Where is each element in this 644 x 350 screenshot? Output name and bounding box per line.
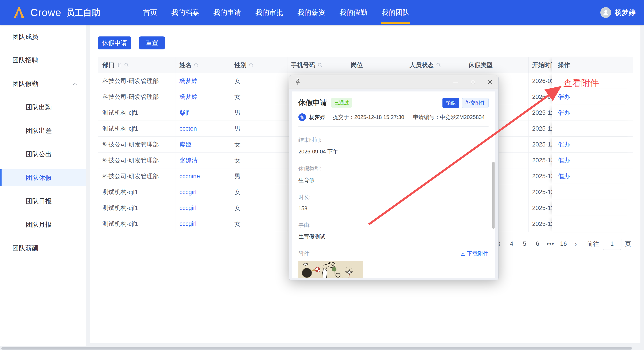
- leave-detail-title: 休假申请: [298, 98, 327, 108]
- horizontal-scrollbar[interactable]: [0, 347, 644, 350]
- leave-detail-panel: 休假申请 已通过 销假 补交附件 杨 杨梦婷 提交于：2025-12-18 15…: [292, 92, 495, 278]
- brand-name: Crowe: [30, 6, 61, 18]
- application-number: 申请编号：中竞发ZM2025834: [413, 114, 485, 121]
- goto-label: 前往: [587, 240, 599, 248]
- search-icon[interactable]: [124, 62, 129, 68]
- sidebar-item-team-checkin[interactable]: 团队出勤: [0, 96, 86, 119]
- reset-button[interactable]: 重置: [139, 36, 165, 50]
- employee-name-link[interactable]: cccnine: [180, 173, 200, 180]
- sidebar-item-team-payroll[interactable]: 团队薪酬: [0, 236, 86, 260]
- employee-name-link[interactable]: cccten: [180, 125, 197, 132]
- header-department[interactable]: 部门: [98, 57, 176, 73]
- top-nav: Crowe 员工自助 首页 我的档案 我的申请 我的审批 我的薪资 我的假勤 我…: [0, 0, 644, 25]
- download-attachment-link[interactable]: 下载附件: [460, 250, 488, 257]
- sidebar-item-team-outing[interactable]: 团队公出: [0, 142, 86, 166]
- employee-name-link[interactable]: 杨梦婷: [180, 93, 198, 101]
- leave-detail-window: 休假申请 已通过 销假 补交附件 杨 杨梦婷 提交于：2025-12-18 15…: [289, 75, 498, 280]
- nav-item-my-profile[interactable]: 我的档案: [169, 0, 201, 25]
- sidebar: 团队成员 团队招聘 团队假勤 团队出勤 团队出差 团队公出 团队休假 团队日报 …: [0, 25, 86, 346]
- app-title: 员工自助: [66, 7, 100, 18]
- sidebar-item-team-recruiting[interactable]: 团队招聘: [0, 48, 86, 72]
- remind-link[interactable]: 催办: [558, 109, 570, 117]
- leave-apply-button[interactable]: 休假申请: [98, 36, 131, 50]
- download-icon: [460, 251, 466, 256]
- header-name[interactable]: 姓名: [176, 57, 231, 73]
- page-unit-label: 页: [625, 240, 631, 248]
- nav-item-my-salary[interactable]: 我的薪资: [295, 0, 328, 25]
- employee-name-link[interactable]: cccgirl: [180, 189, 196, 196]
- employee-name-link[interactable]: 杨梦婷: [180, 77, 198, 85]
- employee-name-link[interactable]: cccgirl: [180, 205, 196, 212]
- nav-item-my-attendance[interactable]: 我的假勤: [337, 0, 370, 25]
- page-number[interactable]: 5: [520, 240, 530, 247]
- scrollbar-thumb[interactable]: [1, 347, 632, 350]
- sidebar-item-team-daily-report[interactable]: 团队日报: [0, 190, 86, 213]
- nav-item-my-team[interactable]: 我的团队: [380, 0, 412, 25]
- nav-item-my-applications[interactable]: 我的申请: [211, 0, 243, 25]
- search-icon[interactable]: [318, 62, 323, 68]
- window-titlebar[interactable]: [289, 75, 498, 89]
- attachment-image[interactable]: nicole-tsai.blogspot.com: [298, 261, 363, 278]
- page-number[interactable]: 6: [532, 240, 542, 247]
- applicant-name: 杨梦婷: [309, 114, 325, 121]
- next-page-icon[interactable]: ›: [572, 240, 580, 248]
- attachment-label: 附件:: [298, 250, 311, 257]
- nav-menu: 首页 我的档案 我的申请 我的审批 我的薪资 我的假勤 我的团队: [136, 0, 416, 25]
- username: 杨梦婷: [615, 8, 636, 17]
- revoke-leave-button[interactable]: 销假: [442, 98, 459, 108]
- minimize-icon[interactable]: [448, 75, 464, 89]
- divider: [298, 126, 488, 126]
- remind-link[interactable]: 催办: [558, 140, 570, 148]
- pin-icon[interactable]: [294, 78, 301, 86]
- table-header-row: 部门 姓名 性别: [98, 57, 632, 73]
- sidebar-item-team-attendance-group[interactable]: 团队假勤: [0, 72, 86, 96]
- close-icon[interactable]: [482, 75, 498, 89]
- sidebar-item-team-business-trip[interactable]: 团队出差: [0, 119, 86, 142]
- sidebar-item-team-members[interactable]: 团队成员: [0, 25, 86, 48]
- search-icon[interactable]: [249, 62, 254, 68]
- applicant-avatar: 杨: [298, 114, 306, 121]
- modal-scrollbar[interactable]: [492, 162, 494, 229]
- nav-item-my-approvals[interactable]: 我的审批: [253, 0, 286, 25]
- sidebar-item-team-leave[interactable]: 团队休假: [0, 169, 86, 186]
- page-number-last[interactable]: 16: [558, 240, 568, 247]
- sidebar-item-team-monthly-report[interactable]: 团队月报: [0, 213, 86, 236]
- supplement-attachment-button[interactable]: 补交附件: [462, 98, 488, 108]
- header-actions: 操作: [552, 57, 632, 73]
- remind-link[interactable]: 催办: [558, 172, 570, 180]
- field-duration: 时长: 158: [298, 194, 488, 212]
- header-employee-status[interactable]: 人员状态: [406, 57, 465, 73]
- employee-name-link[interactable]: 张婉清: [180, 156, 198, 164]
- header-position: 岗位: [347, 57, 406, 73]
- search-icon[interactable]: [194, 62, 199, 68]
- remind-link[interactable]: 催办: [558, 93, 570, 101]
- header-phone[interactable]: 手机号码: [288, 57, 347, 73]
- pagination: 3 4 5 6 ••• 16 › 前往 页: [492, 237, 631, 250]
- search-icon[interactable]: [436, 62, 441, 68]
- maximize-icon[interactable]: [464, 75, 482, 89]
- chevron-up-icon: [72, 80, 78, 88]
- page-ellipsis[interactable]: •••: [546, 240, 556, 247]
- field-reason: 事由: 生育假测试: [298, 222, 488, 240]
- sort-icon[interactable]: [117, 62, 122, 68]
- crowe-logo-icon: [12, 5, 26, 20]
- header-gender[interactable]: 性别: [231, 57, 288, 73]
- user-avatar-icon: [600, 7, 611, 18]
- field-end-time: 结束时间: 2026-09-04 下午: [298, 136, 488, 155]
- status-badge: 已通过: [331, 98, 352, 108]
- header-leave-type: 休假类型: [465, 57, 528, 73]
- page-number[interactable]: 4: [507, 240, 516, 247]
- brand: Crowe 员工自助: [12, 5, 100, 20]
- window-controls: [448, 75, 498, 89]
- employee-name-link[interactable]: cccgirl: [180, 220, 196, 228]
- submitted-time: 提交于：2025-12-18 15:27:30: [333, 114, 404, 121]
- nav-user[interactable]: 杨梦婷: [600, 7, 636, 18]
- employee-name-link[interactable]: 柴jf: [180, 109, 188, 117]
- employee-name-link[interactable]: 虞姬: [180, 140, 192, 148]
- field-leave-type: 休假类型: 生育假: [298, 165, 488, 184]
- annotation-view-attachment: 查看附件: [563, 77, 599, 89]
- remind-link[interactable]: 催办: [558, 156, 570, 164]
- nav-item-home[interactable]: 首页: [141, 0, 159, 25]
- goto-page-input[interactable]: [602, 238, 622, 250]
